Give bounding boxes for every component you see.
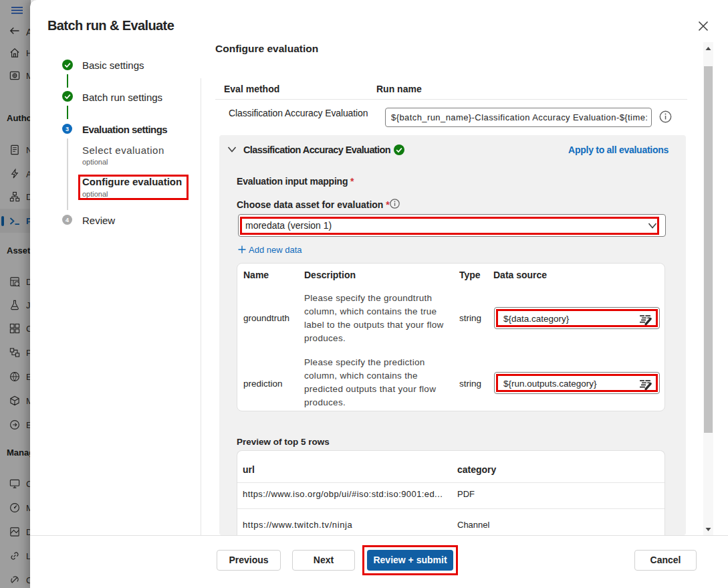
svg-text:3: 3: [66, 126, 69, 132]
svg-text:4: 4: [66, 217, 69, 223]
